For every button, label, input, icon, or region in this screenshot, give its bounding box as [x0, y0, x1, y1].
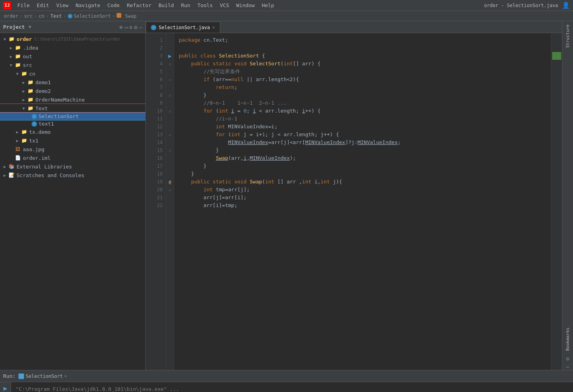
- tree-arrow-extlibs: ▶: [2, 165, 8, 169]
- right-gutter-6: [552, 76, 561, 83]
- tree-item-orderiml[interactable]: 📄 order.iml: [0, 153, 145, 162]
- tree-item-text[interactable]: ▼ 📁 Text: [0, 104, 145, 113]
- breadcrumb-src[interactable]: src: [24, 13, 33, 19]
- breadcrumb-text[interactable]: Text: [50, 13, 62, 19]
- menu-window[interactable]: Window: [233, 2, 258, 9]
- settings-icon[interactable]: ⚙: [134, 24, 137, 30]
- tree-arrow-src: ▼: [8, 63, 14, 67]
- tree-item-ordernamemachine[interactable]: ▶ 📁 OrderNameMachine: [0, 95, 145, 104]
- tree-item-order[interactable]: ▼ 📁 order C:\Users\17331\IdeaProjects\or…: [0, 35, 145, 43]
- debug-icon-line15: ◇: [169, 148, 171, 153]
- override-icon-line19: @: [169, 180, 171, 184]
- tree-item-scratches[interactable]: ▶ 📝 Scratches and Consoles: [0, 171, 145, 179]
- run-play-button[interactable]: ▶: [1, 384, 10, 392]
- menu-refactor[interactable]: Refactor: [124, 2, 155, 9]
- tree-item-selectionsort[interactable]: SelectionSort: [0, 113, 145, 120]
- add-icon[interactable]: ⊕: [119, 24, 122, 30]
- tree-label-demo2: demo2: [35, 88, 51, 94]
- collapse-all-icon[interactable]: ⟶: [124, 24, 127, 30]
- folder-icon-ordernamemachine: 📁: [27, 96, 34, 103]
- tree-item-tx1[interactable]: ▶ 📁 tx1: [0, 136, 145, 145]
- more-icon-right[interactable]: ⋯: [566, 364, 569, 370]
- menu-file[interactable]: File: [14, 2, 33, 9]
- run-content: ▶ 🔧 ■ ↺ ⤓ ⚙ ✕ "C:\Program Files\Java\jdk…: [0, 382, 573, 392]
- code-content[interactable]: package cn.Text; public class SelectionS…: [174, 33, 551, 370]
- menu-bar: IJ File Edit View Navigate Code Refactor…: [0, 0, 573, 11]
- user-icon[interactable]: 👤: [562, 2, 570, 9]
- tree-item-idea[interactable]: ▶ 📁 .idea: [0, 43, 145, 52]
- java-class-icon: [68, 14, 72, 18]
- breadcrumb-cn[interactable]: cn: [39, 13, 44, 19]
- run-icon-line3[interactable]: ▶: [168, 53, 171, 59]
- run-tab-selectionsort[interactable]: SelectionSort ✕: [19, 374, 67, 379]
- editor-area: SelectionSort.java ✕ 1 2 3 4 5 6 7 8 9 1…: [146, 21, 562, 370]
- run-panel: Run: SelectionSort ✕ ▶ 🔧 ■ ↺ ⤓ ⚙ ✕ "C:\P…: [0, 370, 573, 392]
- tree-label-src: src: [23, 62, 32, 68]
- tree-label-scratches: Scratches and Consoles: [17, 172, 84, 178]
- tree-item-out[interactable]: ▶ 📁 out: [0, 52, 145, 61]
- right-gutter-4: [552, 60, 561, 68]
- expand-icon[interactable]: ≡: [129, 24, 132, 30]
- right-gutter-2: [552, 44, 561, 52]
- menu-run[interactable]: Run: [178, 2, 193, 9]
- tree-item-text1[interactable]: text1: [0, 120, 145, 128]
- settings-icon-right[interactable]: ⚙: [566, 356, 569, 362]
- breadcrumb-order[interactable]: order: [4, 13, 18, 19]
- tree-label-selectionsort: SelectionSort: [39, 113, 79, 119]
- tree-item-src[interactable]: ▼ 📁 src: [0, 61, 145, 69]
- code-line-13: for (int j = i+1; j < arr.length; j++) {: [179, 131, 546, 139]
- folder-icon-idea: 📁: [14, 44, 21, 51]
- structure-label[interactable]: Structure: [564, 23, 572, 50]
- tree-item-txdemo[interactable]: ▶ 📁 tx.demo: [0, 128, 145, 136]
- code-line-17: }: [179, 162, 546, 170]
- tree-item-demo2[interactable]: ▶ 📁 demo2: [0, 87, 145, 95]
- menu-navigate[interactable]: Navigate: [72, 2, 104, 9]
- code-line-3: public class SelectionSort {: [179, 52, 546, 60]
- debug-icon-line13: ◇: [169, 133, 171, 137]
- bookmarks-label[interactable]: Bookmarks: [564, 326, 572, 353]
- tree-item-demo1[interactable]: ▶ 📁 demo1: [0, 78, 145, 87]
- code-line-10: for (int i = 0; i < arr.length; i++) {: [179, 107, 546, 115]
- tree-label-idea: .idea: [23, 45, 38, 51]
- menu-edit[interactable]: Edit: [33, 2, 52, 9]
- run-tab-icon: [19, 374, 24, 379]
- app-logo: IJ: [3, 2, 11, 9]
- debug-icon-line10: ◇: [169, 109, 171, 113]
- run-tab-close[interactable]: ✕: [64, 374, 67, 379]
- swap-icon: [117, 13, 121, 18]
- code-editor: 1 2 3 4 5 6 7 8 9 10 11 12 13 14 15 16 1…: [146, 33, 562, 370]
- project-panel: Project ▼ ⊕ ⟶ ≡ ⚙ — ▼ 📁 order C:\Users\1…: [0, 21, 146, 370]
- main-layout: Project ▼ ⊕ ⟶ ≡ ⚙ — ▼ 📁 order C:\Users\1…: [0, 21, 573, 370]
- menu-help[interactable]: Help: [259, 2, 277, 9]
- ext-icon-libs: 📚: [8, 163, 15, 170]
- tree-label-demo1: demo1: [35, 80, 51, 85]
- right-gutter-1: [552, 36, 561, 44]
- tree-item-aaajpg[interactable]: 🖼 aaa.jpg: [0, 145, 145, 153]
- tree-label-out: out: [23, 54, 32, 59]
- breadcrumb-swap[interactable]: Swap: [117, 13, 136, 19]
- editor-tabs: SelectionSort.java ✕: [146, 21, 562, 33]
- menu-build[interactable]: Build: [156, 2, 177, 9]
- tab-selectionsort[interactable]: SelectionSort.java ✕: [146, 22, 220, 33]
- tab-java-icon: [151, 25, 156, 30]
- tab-close-button[interactable]: ✕: [212, 25, 215, 30]
- breadcrumb-selectionsort[interactable]: SelectionSort: [68, 13, 111, 19]
- menu-tools[interactable]: Tools: [194, 2, 216, 9]
- tree-label-order: order: [17, 36, 32, 42]
- menu-vcs[interactable]: VCS: [217, 2, 232, 9]
- project-dropdown-icon[interactable]: ▼: [29, 24, 32, 30]
- code-line-22: arr[i]=tmp;: [179, 202, 546, 209]
- right-gutter-3: [552, 52, 561, 60]
- menu-code[interactable]: Code: [104, 2, 123, 9]
- tree-arrow-ordernamemachine: ▶: [20, 98, 27, 102]
- tree-item-cn[interactable]: ▼ 📁 cn: [0, 69, 145, 78]
- menu-view[interactable]: View: [53, 2, 72, 9]
- folder-icon-out: 📁: [14, 53, 21, 60]
- code-line-8: }: [179, 91, 546, 99]
- code-line-18: }: [179, 170, 546, 178]
- close-panel-icon[interactable]: —: [139, 24, 142, 30]
- tree-label-text1: text1: [39, 121, 54, 127]
- tree-label-extlibs: External Libraries: [17, 164, 72, 170]
- tree-label-cn: cn: [29, 71, 35, 77]
- tree-item-extlibs[interactable]: ▶ 📚 External Libraries: [0, 162, 145, 171]
